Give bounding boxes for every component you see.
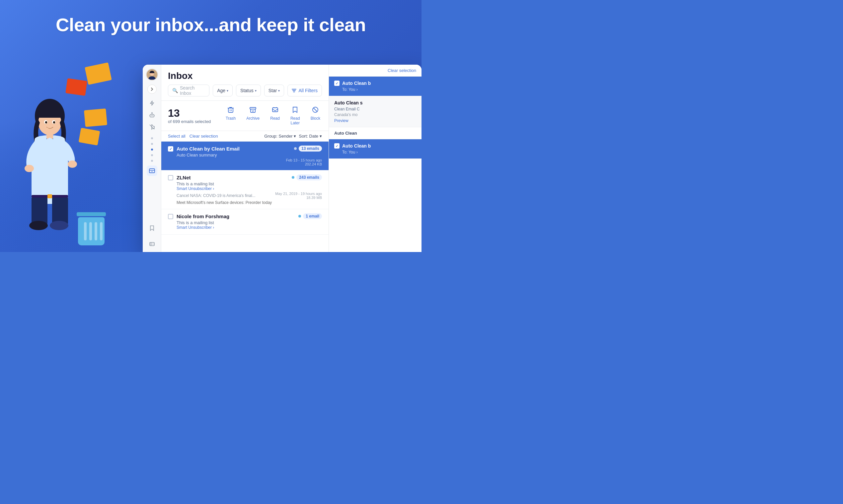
trash-button[interactable]: Trash xyxy=(221,104,240,127)
email-badge-nicole: 1 email xyxy=(298,213,322,219)
email-meta-auto-clean: Feb 13 - 15 hours ago 202.24 KB xyxy=(176,158,322,166)
email-sender-zlnet: ZLNet xyxy=(176,175,191,180)
block-label: Block xyxy=(311,116,320,121)
email-checkbox-zlnet[interactable] xyxy=(168,175,173,180)
email-row-auto-clean[interactable]: Auto Clean by Clean Email 13 emails Auto… xyxy=(161,142,329,170)
nav-arrow[interactable] xyxy=(148,85,157,94)
badge-dot-nicole xyxy=(298,215,301,217)
all-filters-button[interactable]: All Filters xyxy=(288,85,322,96)
email-subject-auto-clean: Auto Clean summary xyxy=(176,152,322,158)
svg-point-9 xyxy=(68,161,77,168)
svg-point-8 xyxy=(24,165,34,172)
nav-dots xyxy=(151,136,153,163)
email-badge-zlnet: 243 emails xyxy=(292,175,322,180)
read-label: Read xyxy=(270,116,280,121)
right-panel-item-4[interactable]: Auto Clean b To: You › xyxy=(329,139,422,159)
right-item-body-2: Canada's mo xyxy=(334,112,416,117)
right-item-preview-2[interactable]: Preview xyxy=(334,119,416,123)
star-filter[interactable]: Star ▾ xyxy=(264,85,285,96)
right-panel-row-4: Auto Clean b To: You › xyxy=(334,143,416,155)
block-button[interactable]: Block xyxy=(306,104,325,127)
trash-icon xyxy=(227,106,234,115)
nav-dot-4[interactable] xyxy=(151,154,153,156)
svg-point-6 xyxy=(29,221,48,230)
email-checkbox-auto-clean[interactable] xyxy=(168,146,173,151)
right-checkbox-1[interactable] xyxy=(334,80,340,86)
search-icon: 🔍 xyxy=(172,88,178,93)
right-panel-row-1: Auto Clean b To: You › xyxy=(334,80,416,92)
trash-line-3 xyxy=(94,222,97,240)
right-panel-clear-button[interactable]: Clear selection xyxy=(388,68,416,73)
selected-count: 13 of 699 emails selected xyxy=(168,108,221,124)
group-sender-button[interactable]: Group: Sender ▾ xyxy=(264,133,296,139)
archive-label: Archive xyxy=(246,116,260,121)
badge-dot-zlnet xyxy=(292,176,294,179)
sidebar-icon-list[interactable] xyxy=(147,239,157,249)
age-chevron-icon: ▾ xyxy=(227,89,228,92)
badge-count-auto-clean: 13 emails xyxy=(299,146,322,151)
email-date-size-zlnet: May 21, 2019 - 19 hours ago 18.39 MB xyxy=(275,192,322,200)
email-subject-nicole: This is a mailing list Smart Unsubscribe… xyxy=(176,220,322,230)
email-sender-nicole: Nicole from Forshmag xyxy=(176,214,229,219)
right-item-title-4: Auto Clean b xyxy=(342,143,371,148)
smart-unsubscriber-link-zlnet[interactable]: Smart Unsubscriber › xyxy=(176,186,322,191)
email-preview-zlnet: Cancel NASA: COVID-19 is America's final… xyxy=(176,193,272,198)
search-box[interactable]: 🔍 Search Inbox xyxy=(168,85,209,96)
right-item-to-4: To: You › xyxy=(342,150,371,155)
nav-dot-2[interactable] xyxy=(151,143,153,145)
trash-label: Trash xyxy=(226,116,236,121)
select-all-link[interactable]: Select all xyxy=(168,133,186,139)
trash-line-1 xyxy=(84,222,87,240)
inbox-title: Inbox xyxy=(168,71,322,81)
select-links: Select all Clear selection xyxy=(168,133,218,139)
right-checkbox-4[interactable] xyxy=(334,143,340,148)
email-meta-zlnet: Cancel NASA: COVID-19 is America's final… xyxy=(176,192,322,200)
search-placeholder: Search Inbox xyxy=(180,85,205,96)
read-button[interactable]: Read xyxy=(265,104,285,127)
sidebar-icon-mute[interactable] xyxy=(147,122,157,132)
avatar[interactable] xyxy=(146,69,158,80)
app-panel: Inbox 🔍 Search Inbox Age ▾ Status ▾ Star… xyxy=(143,65,422,252)
sidebar-icon-bookmark[interactable] xyxy=(147,223,157,233)
read-later-button[interactable]: Read Later xyxy=(286,104,305,127)
email-content-auto-clean: Auto Clean by Clean Email 13 emails Auto… xyxy=(176,146,322,166)
auto-clean-label-text: Auto Clean xyxy=(334,131,357,136)
search-filter-row: 🔍 Search Inbox Age ▾ Status ▾ Star ▾ xyxy=(168,85,322,96)
nav-dot-5[interactable] xyxy=(151,160,153,162)
email-row-nicole[interactable]: Nicole from Forshmag 1 email This is a m… xyxy=(161,209,329,235)
header: Inbox 🔍 Search Inbox Age ▾ Status ▾ Star… xyxy=(161,65,329,101)
read-icon xyxy=(272,106,279,115)
right-item-title-1: Auto Clean b xyxy=(342,80,371,86)
read-later-icon xyxy=(291,106,299,115)
sidebar-icon-lightning[interactable] xyxy=(147,98,157,108)
block-icon xyxy=(312,106,319,115)
email-sender-row-zlnet: ZLNet 243 emails xyxy=(176,175,322,180)
sort-date-button[interactable]: Sort: Date ▾ xyxy=(299,133,322,139)
right-panel-item-2[interactable]: Auto Clean s Clean Email C Canada's mo P… xyxy=(329,96,422,127)
email-checkbox-nicole[interactable] xyxy=(168,214,173,219)
age-filter[interactable]: Age ▾ xyxy=(213,85,233,96)
email-content-zlnet: ZLNet 243 emails This is a mailing list … xyxy=(176,175,322,205)
email-row-zlnet[interactable]: ZLNet 243 emails This is a mailing list … xyxy=(161,170,329,209)
sort-chevron-icon: ▾ xyxy=(320,133,322,139)
status-filter[interactable]: Status ▾ xyxy=(236,85,261,96)
archive-button[interactable]: Archive xyxy=(242,104,264,127)
right-panel: Clear selection Auto Clean b To: You › A… xyxy=(329,65,422,252)
clear-selection-link[interactable]: Clear selection xyxy=(190,133,218,139)
sidebar xyxy=(143,65,161,252)
email-list: Auto Clean by Clean Email 13 emails Auto… xyxy=(161,142,329,252)
right-item-content-1: Auto Clean b To: You › xyxy=(342,80,371,92)
main-content: Inbox 🔍 Search Inbox Age ▾ Status ▾ Star… xyxy=(161,65,329,252)
trash-lines xyxy=(84,222,103,240)
sidebar-icon-inbox[interactable] xyxy=(147,165,157,176)
nav-dot-1[interactable] xyxy=(151,137,153,139)
svg-point-13 xyxy=(53,121,55,124)
sort-group: Group: Sender ▾ Sort: Date ▾ xyxy=(264,133,322,139)
nav-dot-3[interactable] xyxy=(151,148,153,150)
smart-unsubscriber-link-nicole[interactable]: Smart Unsubscriber › xyxy=(176,225,322,230)
sidebar-icon-robot[interactable] xyxy=(147,110,157,120)
svg-rect-27 xyxy=(251,109,255,112)
group-chevron-icon: ▾ xyxy=(294,133,296,139)
person-illustration xyxy=(17,93,83,235)
right-panel-item-1[interactable]: Auto Clean b To: You › xyxy=(329,77,422,96)
